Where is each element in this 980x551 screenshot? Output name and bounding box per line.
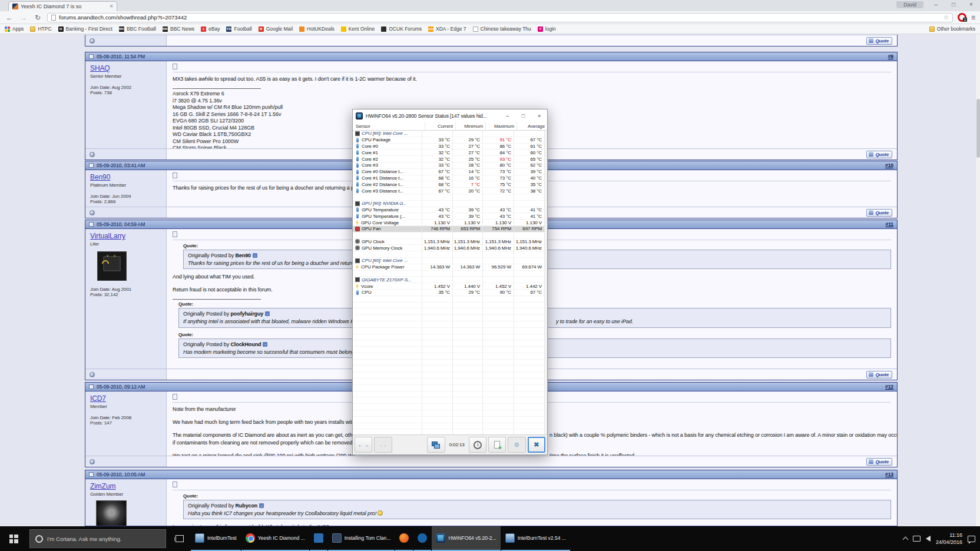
bookmark-item[interactable]: Kent Online xyxy=(341,26,375,32)
sensor-row[interactable]: CPU Package Power14.363 W14.363 W96.529 … xyxy=(353,264,544,271)
display-icon[interactable] xyxy=(913,536,921,542)
task-view-button[interactable] xyxy=(168,526,191,551)
post-number-link[interactable]: #11 xyxy=(886,221,893,227)
sensor-row[interactable]: Core #333 °C28 °C80 °C62 °C xyxy=(353,162,544,169)
sensor-row[interactable]: Core #2 Distance t...68 °C7 °C75 °C35 °C xyxy=(353,181,544,188)
sensor-row[interactable]: Core #033 °C27 °C86 °C61 °C xyxy=(353,144,544,150)
taskbar-app-button[interactable]: IntelBurnTest v2.54 ... xyxy=(501,526,570,551)
bookmark-item[interactable]: BBCBBC News xyxy=(163,26,194,32)
sensor-row[interactable]: GPU Core Voltage1.130 V1.130 V1.130 V1.1… xyxy=(353,220,544,226)
remote-sensor-button[interactable] xyxy=(427,437,445,453)
bookmark-item[interactable]: MGoogle Mail xyxy=(259,26,293,32)
back-icon[interactable]: ← xyxy=(5,14,14,22)
browser-tab[interactable]: Yeesh IC Diamond 7 is so × xyxy=(8,1,117,11)
sensor-row[interactable]: CPU Package33 °C29 °C91 °C67 °C xyxy=(353,137,544,144)
post-number-link[interactable]: #9 xyxy=(888,54,893,59)
address-bar[interactable]: forums.anandtech.com/showthread.php?t=20… xyxy=(47,13,953,22)
jump-to-post-icon[interactable]: › xyxy=(263,342,267,347)
sensor-row[interactable]: Core #232 °C25 °C93 °C65 °C xyxy=(353,156,544,162)
scrollbar-thumb[interactable] xyxy=(976,99,980,158)
hwinfo-minimize-button[interactable]: – xyxy=(499,110,515,122)
quote-button[interactable]: Quote xyxy=(866,37,892,45)
username-link[interactable]: ZimZum xyxy=(90,482,161,490)
taskbar-app-button[interactable]: IntelBurnTest xyxy=(191,526,241,551)
jump-to-post-icon[interactable]: › xyxy=(265,311,270,316)
bookmark-item[interactable]: HTPC xyxy=(30,26,51,32)
bookmark-item[interactable]: xdaXDA - Edge 7 xyxy=(428,26,466,32)
notification-center-icon[interactable] xyxy=(968,536,975,542)
taskbar-app-button[interactable]: HWiNFO64 v5.20-2... xyxy=(432,526,500,551)
quote-button[interactable]: Quote xyxy=(866,371,892,379)
window-close-button[interactable]: × xyxy=(962,0,980,9)
post-number-link[interactable]: #10 xyxy=(885,162,893,168)
volume-icon[interactable] xyxy=(926,536,931,542)
bookmark-item[interactable]: Apps xyxy=(5,26,24,32)
other-bookmarks[interactable]: Other bookmarks xyxy=(929,26,975,32)
sensor-row[interactable]: Core #0 Distance t...67 °C14 °C73 °C39 °… xyxy=(353,169,544,175)
window-maximize-button[interactable]: □ xyxy=(945,0,962,9)
sensor-row[interactable]: Core #1 Distance t...68 °C16 °C73 °C40 °… xyxy=(353,175,544,182)
sensor-row[interactable]: Core #3 Distance t...67 °C20 °C72 °C38 °… xyxy=(353,188,544,194)
url-text[interactable]: forums.anandtech.com/showthread.php?t=20… xyxy=(59,14,941,21)
hwinfo-close-button[interactable]: × xyxy=(531,110,547,122)
window-minimize-button[interactable]: – xyxy=(927,0,945,9)
bookmark-item[interactable]: FSiFootball xyxy=(226,26,251,32)
collapse-columns-button[interactable]: →← xyxy=(374,437,392,453)
sensor-scrollbar[interactable] xyxy=(544,131,547,434)
settings-button[interactable]: ⚙ xyxy=(508,437,525,453)
sensor-row[interactable]: GPU Temperature43 °C39 °C43 °C41 °C xyxy=(353,207,544,214)
bookmark-item[interactable]: BBCBBC Football xyxy=(119,26,156,32)
bookmark-item[interactable]: eeBay xyxy=(201,26,220,32)
hwinfo-titlebar[interactable]: HWiNFO64 v5.20-2800 Sensor Status [147 v… xyxy=(353,109,547,122)
taskbar-app-button[interactable]: Yeesh IC Diamond ... xyxy=(241,526,309,551)
avatar[interactable]: × × xyxy=(97,251,127,281)
extension-icon[interactable]: 1 xyxy=(958,13,966,22)
sensor-row[interactable]: GPU Temperature (...43 °C39 °C43 °C41 °C xyxy=(353,213,544,220)
close-sensors-button[interactable]: ✖ xyxy=(528,437,545,453)
bookmark-item[interactable]: fdBanking - First Direct xyxy=(58,26,112,32)
quote-button[interactable]: Quote xyxy=(866,151,892,158)
sensor-column-headers[interactable]: Sensor Current Minimum Maximum Average xyxy=(353,122,547,131)
bookmark-item[interactable]: HotUKDeals xyxy=(299,26,335,32)
sensor-row[interactable]: Vcore1.452 V1.440 V1.452 V1.442 V xyxy=(353,283,544,290)
username-link[interactable]: VirtualLarry xyxy=(90,232,161,240)
bookmark-item[interactable]: Vlogin xyxy=(538,26,556,32)
username-link[interactable]: Ben90 xyxy=(90,173,161,181)
taskbar-app-button[interactable] xyxy=(395,526,413,551)
username-link[interactable]: SHAQ xyxy=(90,64,161,72)
post-number-link[interactable]: #13 xyxy=(885,472,893,477)
cortana-search-box[interactable]: I'm Cortana. Ask me anything. xyxy=(29,529,166,548)
sensor-row[interactable]: Core #132 °C27 °C84 °C60 °C xyxy=(353,150,544,156)
sensor-row[interactable]: GPU Clock1,151.3 MHz1,151.3 MHz1,151.3 M… xyxy=(353,239,544,245)
username-link[interactable]: ICD7 xyxy=(90,394,161,403)
page-scrollbar[interactable] xyxy=(975,34,980,526)
tray-chevron-icon[interactable] xyxy=(903,537,909,543)
tab-close-icon[interactable]: × xyxy=(110,4,113,9)
taskbar-app-button[interactable] xyxy=(310,526,327,551)
taskbar-app-button[interactable] xyxy=(413,526,431,551)
sensor-row[interactable]: CPU35 °C29 °C90 °C67 °C xyxy=(353,290,544,296)
menu-icon[interactable]: ≡ xyxy=(971,14,975,22)
logging-button[interactable] xyxy=(488,437,506,453)
sensor-row[interactable]: GPU Fan746 RPM653 RPM754 RPM697 RPM xyxy=(353,226,544,233)
taskbar-app-label: HWiNFO64 v5.20-2... xyxy=(448,535,496,541)
jump-to-post-icon[interactable]: › xyxy=(259,503,264,508)
profile-name[interactable]: David xyxy=(896,1,923,8)
bookmark-item[interactable]: Chinese takeaway Thu xyxy=(473,26,531,32)
bookmark-star-icon[interactable]: ☆ xyxy=(943,14,949,21)
taskbar-app-button[interactable]: Installing Tom Clan... xyxy=(328,526,395,551)
forward-icon[interactable]: → xyxy=(19,14,28,22)
quote-button[interactable]: Quote xyxy=(866,458,892,466)
sensor-row[interactable]: GPU Memory Clock1,940.6 MHz1,940.6 MHz1,… xyxy=(353,245,544,251)
expand-columns-button[interactable]: ←→ xyxy=(355,437,372,453)
jump-to-post-icon[interactable]: › xyxy=(253,253,257,258)
hwinfo-maximize-button[interactable]: □ xyxy=(515,110,531,122)
taskbar-clock[interactable]: 11:16 24/04/2016 xyxy=(936,532,962,546)
post-number-link[interactable]: #12 xyxy=(885,384,893,390)
clock-button[interactable] xyxy=(469,437,486,453)
refresh-icon[interactable]: ↻ xyxy=(33,14,42,22)
avatar[interactable] xyxy=(96,500,127,526)
bookmark-item[interactable]: OCUK Forums xyxy=(381,26,422,32)
quote-button[interactable]: Quote xyxy=(866,209,892,217)
start-button[interactable] xyxy=(0,526,27,551)
